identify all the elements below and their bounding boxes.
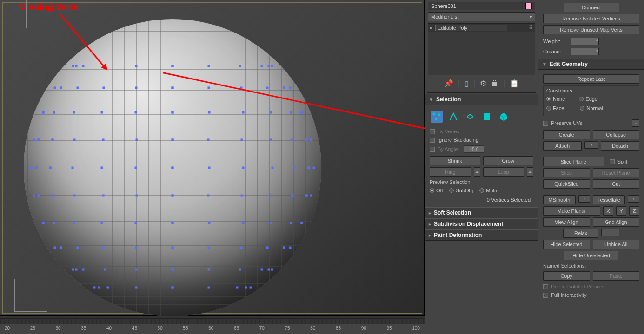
subobj-edge[interactable] [447,111,459,123]
cut-button[interactable]: Cut [593,179,640,189]
rollout-edit-geometry-body: Repeat Last Constraints None Edge Face N… [538,70,644,302]
msmooth-settings-button[interactable]: ▫ [578,195,590,203]
quickslice-button[interactable]: QuickSlice [543,179,590,189]
weight-field[interactable] [571,38,599,45]
rollout-edit-geometry-header[interactable]: ▼Edit Geometry [538,59,644,70]
svg-point-2 [435,118,438,120]
named-selections-label: Named Selections: [543,262,639,269]
svg-point-1 [438,114,441,116]
chevron-right-icon: ▸ [429,233,431,238]
rollout-soft-selection-header[interactable]: ▸Soft Selection [425,207,538,218]
object-name-text: Sphere001 [431,3,456,9]
timeline-track[interactable] [0,319,425,324]
constraints-label: Constraints [546,88,636,93]
subobj-element[interactable] [498,111,510,123]
by-angle-checkbox: By Angle: [430,144,533,154]
crease-label: Crease: [543,49,567,54]
object-color-swatch[interactable] [525,3,532,9]
remove-unused-map-verts-button[interactable]: Remove Unused Map Verts [543,25,639,34]
planar-z-button[interactable]: Z [629,206,639,216]
svg-rect-3 [484,113,490,120]
make-unique-icon[interactable]: ⚙ [480,79,486,88]
view-align-button[interactable]: View Align [543,217,590,227]
selection-status: 0 Vertices Selected [430,195,533,204]
hide-unselected-button[interactable]: Hide Unselected [564,251,619,260]
expand-icon[interactable]: ▸ [430,25,432,30]
stack-options-icon[interactable]: ⠿ [529,25,533,31]
create-button[interactable]: Create [543,130,590,139]
relax-button[interactable]: Relax [563,229,598,238]
configure-sets-icon[interactable]: 📋 [510,79,519,88]
subobj-border[interactable] [464,111,476,123]
preserve-uvs-settings-button[interactable]: ▫ [632,119,639,127]
constraint-edge-radio[interactable]: Edge [579,96,598,102]
selection-bracket [345,0,377,28]
msmooth-button[interactable]: MSmooth [543,195,576,204]
preview-off-radio[interactable]: Off [430,188,443,193]
pin-stack-icon[interactable]: 📌 [444,79,453,88]
detach-button[interactable]: Detach [601,141,639,151]
loop-button: Loop [483,167,524,177]
shrink-button[interactable]: Shrink [430,156,480,165]
full-interactivity-checkbox[interactable]: Full Interactivity [543,291,639,299]
slice-plane-button[interactable]: Slice Plane [543,157,604,166]
rollout-selection-header[interactable]: ▼Selection [425,94,538,105]
planar-y-button[interactable]: Y [616,206,626,216]
object-name-field[interactable]: Sphere001 [428,2,535,10]
modifier-list-dropdown[interactable]: Modifier List [428,12,535,21]
delete-modifier-icon[interactable]: 🗑 [491,79,498,88]
ignore-backfacing-checkbox[interactable]: Ignore Backfacing [430,136,533,144]
unhide-all-button[interactable]: Unhide All [593,240,640,249]
tessellate-button[interactable]: Tessellate [593,195,625,204]
preview-multi-radio[interactable]: Multi [479,188,497,193]
preview-subobj-radio[interactable]: SubObj [449,188,473,193]
constraints-group: Constraints None Edge Face Normal [543,85,639,116]
timeline[interactable]: 20253035404550556065707580859095100 [0,318,425,334]
tessellate-settings-button[interactable]: ▫ [628,195,639,203]
viewport[interactable] [0,0,425,316]
subobj-vertex[interactable] [431,111,443,123]
rollout-selection-body: By Vertex Ignore Backfacing By Angle: Sh… [425,105,538,207]
constraint-face-radio[interactable]: Face [546,105,564,111]
modifier-stack-toolbar: 📌 | ▯ | ⚙ 🗑 | 📋 [425,75,538,92]
remove-isolated-vertices-button[interactable]: Remove Isolated Vertices [543,14,639,23]
annotation-missing-verts: Missing Verts [19,2,79,13]
modifier-stack-item[interactable]: ▸ Editable Poly ⠿ [428,24,535,32]
delete-isolated-vertices-checkbox: Delete Isolated Vertices [543,282,639,291]
paste-named-sel-button: Paste [593,271,640,281]
constraint-none-radio[interactable]: None [546,96,565,102]
sphere-object[interactable] [24,19,321,316]
hide-selected-button[interactable]: Hide Selected [543,240,590,249]
timeline-ticks: 20253035404550556065707580859095100 [5,326,420,332]
repeat-last-button[interactable]: Repeat Last [543,74,639,84]
ring-spinner: ◂▸ [474,167,480,177]
subobj-polygon[interactable] [481,111,493,123]
collapse-button[interactable]: Collapse [593,130,640,139]
grow-button[interactable]: Grow [483,156,534,165]
constraint-normal-radio[interactable]: Normal [580,105,603,111]
make-planar-button[interactable]: Make Planar [543,206,600,216]
rollout-paint-deformation-header[interactable]: ▸Paint Deformation [425,229,538,241]
by-vertex-checkbox: By Vertex [430,127,533,136]
attach-button[interactable]: Attach [543,141,582,151]
planar-x-button[interactable]: X [603,206,613,216]
rollout-subdiv-displacement-header[interactable]: ▸Subdivision Displacement [425,218,538,229]
attach-settings-button[interactable]: ▫ [584,141,598,149]
split-checkbox[interactable]: Split [607,157,639,166]
modifier-name: Editable Poly [435,25,507,31]
preserve-uvs-checkbox[interactable]: Preserve UVs▫ [543,118,639,128]
crease-field[interactable] [571,48,599,55]
preview-selection-label: Preview Selection [430,178,533,186]
copy-named-sel-button[interactable]: Copy [543,271,590,281]
grid-align-button[interactable]: Grid Align [593,217,640,227]
ring-button: Ring [430,167,471,177]
show-result-icon[interactable]: ▯ [465,79,469,88]
selection-bracket [359,270,391,307]
connect-button[interactable]: Connect [564,3,619,12]
chevron-down-icon: ▼ [542,62,547,67]
relax-settings-button[interactable]: ▫ [601,229,619,236]
modifier-stack[interactable]: ▸ Editable Poly ⠿ [428,23,535,75]
preview-selection-radios: Off SubObj Multi [430,186,533,195]
subobject-selector [430,108,533,127]
weight-label: Weight: [543,39,567,44]
